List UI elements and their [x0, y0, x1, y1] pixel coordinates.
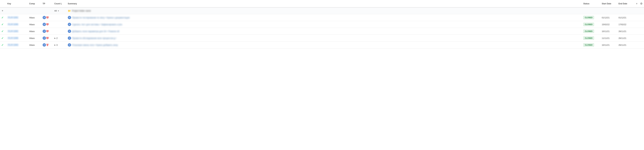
- enddate-value: 26/11/21: [618, 37, 626, 39]
- settings-button[interactable]: ⚙: [640, 2, 643, 5]
- col-header-check: [0, 0, 6, 7]
- tp-flag-icon: [46, 37, 49, 39]
- status-badge: CLOSED: [583, 30, 594, 33]
- col-header-startdate[interactable]: Start Date: [600, 0, 617, 7]
- summary-text-4[interactable]: Провести обследование всех процессов g •: [72, 37, 116, 39]
- summary-text-3[interactable]: Добавить поле параметра для ЗА • Пожели …: [72, 30, 119, 33]
- startdate-value: 10/11/21: [602, 44, 610, 46]
- tp-icons-group: ⚙: [42, 43, 52, 47]
- summary-cell-3: ⚙ Добавить поле параметра для ЗА • Пожел…: [68, 30, 580, 33]
- main-table-container: Key Comp TP Count L Summary Status Start…: [0, 0, 644, 48]
- row-startdate-2: 15/02/22: [600, 21, 617, 28]
- summary-text-5[interactable]: Плановая смена лога • Нужно добавить ино…: [72, 44, 118, 46]
- count-value: 2: [56, 37, 58, 39]
- count-value: 3: [56, 44, 58, 46]
- row-count-3: [53, 28, 66, 35]
- summary-avatar-icon: ⚙: [68, 23, 71, 26]
- col-header-comp[interactable]: Comp: [28, 0, 41, 7]
- check-icon: ✓: [1, 16, 4, 19]
- row-comp-2: Atlass: [28, 21, 41, 28]
- group-row-count: 44 ▼: [53, 7, 66, 14]
- key-value[interactable]: PLAY-1082: [8, 30, 18, 33]
- tp-avatar-icon: ⚙: [42, 30, 46, 33]
- summary-text-2[interactable]: Сделать тест для системы • Зафиксировать…: [72, 23, 122, 26]
- row-key-5[interactable]: PLAY-1083: [6, 42, 28, 48]
- comp-value: Atlass: [29, 16, 35, 19]
- row-actions-3: [634, 28, 644, 35]
- row-tp-1: ⚙: [41, 14, 53, 21]
- summary-avatar-icon: ⚙: [68, 16, 71, 19]
- summary-avatar-icon: ⚙: [68, 36, 71, 40]
- summary-cell-5: ⚙ Плановая смена лога • Нужно добавить и…: [68, 43, 580, 47]
- tp-flag-alt-icon: [46, 44, 49, 46]
- tp-avatar-icon: ⚙: [42, 36, 46, 40]
- col-header-summary[interactable]: Summary: [66, 0, 582, 7]
- col-header-count[interactable]: Count L: [53, 0, 66, 7]
- summary-avatar-icon: ⚙: [68, 43, 71, 47]
- status-badge: CLOSED: [583, 36, 594, 40]
- startdate-value: 01/12/21: [602, 16, 610, 19]
- issues-table: Key Comp TP Count L Summary Status Start…: [0, 0, 644, 48]
- table-header: Key Comp TP Count L Summary Status Start…: [0, 0, 644, 7]
- row-enddate-5: 26/11/21: [617, 42, 634, 48]
- row-key-4[interactable]: PLAY-1088: [6, 35, 28, 42]
- expand-row-arrow[interactable]: ▶: [54, 44, 56, 46]
- summary-text-1[interactable]: Провести тестирование по story • Нужна к…: [72, 16, 130, 19]
- row-count-4: ▶ 2: [53, 35, 66, 42]
- row-summary-4: ⚙ Провести обследование всех процессов g…: [66, 35, 582, 42]
- group-row-check: ✦: [0, 7, 6, 14]
- row-startdate-4: 11/11/21: [600, 35, 617, 42]
- row-summary-1: ⚙ Провести тестирование по story • Нужна…: [66, 14, 582, 21]
- group-count-cell: 44 ▼: [54, 9, 65, 12]
- row-enddate-1: 01/12/21: [617, 14, 634, 21]
- row-comp-5: Atlass: [28, 42, 41, 48]
- add-column-button[interactable]: +: [635, 2, 638, 5]
- col-header-actions: + ⚙: [634, 0, 644, 7]
- row-check-5: ✓: [0, 42, 6, 48]
- group-row-comp: [28, 7, 41, 14]
- group-summary-cell: 📁 Project folder name: [68, 9, 580, 12]
- key-value[interactable]: PLAY-1096: [8, 23, 18, 26]
- group-row-summary: 📁 Project folder name: [66, 7, 582, 14]
- row-tp-2: ⚙: [41, 21, 53, 28]
- summary-avatar-icon: ⚙: [68, 30, 71, 33]
- key-value[interactable]: PLAY-1083: [8, 44, 18, 46]
- row-status-5: CLOSED: [582, 42, 600, 48]
- comp-value: Atlass: [29, 44, 35, 46]
- expand-row-arrow[interactable]: ▶: [54, 37, 56, 39]
- row-startdate-5: 10/11/21: [600, 42, 617, 48]
- enddate-value: 17/02/22: [618, 23, 626, 26]
- row-count-5: ▶ 3: [53, 42, 66, 48]
- tp-flag-icon: [46, 30, 49, 32]
- expand-arrow-icon[interactable]: ▼: [57, 10, 59, 12]
- table-row: ✓ PLAY-1096 Atlass ⚙: [0, 21, 644, 28]
- check-icon: ✓: [1, 37, 4, 40]
- startdate-value: 15/02/22: [602, 23, 610, 26]
- summary-cell-4: ⚙ Провести обследование всех процессов g…: [68, 36, 580, 40]
- row-actions-1: [634, 14, 644, 21]
- col-header-tp[interactable]: TP: [41, 0, 53, 7]
- tp-icons-group: ⚙: [42, 23, 52, 26]
- row-check-4: ✓: [0, 35, 6, 42]
- row-key-3[interactable]: PLAY-1082: [6, 28, 28, 35]
- row-enddate-3: 26/11/21: [617, 28, 634, 35]
- count-cell-4: ▶ 2: [54, 37, 65, 39]
- row-comp-4: Atlass: [28, 35, 41, 42]
- col-header-key[interactable]: Key: [6, 0, 28, 7]
- row-tp-4: ⚙: [41, 35, 53, 42]
- row-enddate-2: 17/02/22: [617, 21, 634, 28]
- row-key-2[interactable]: PLAY-1096: [6, 21, 28, 28]
- summary-cell-1: ⚙ Провести тестирование по story • Нужна…: [68, 16, 580, 19]
- row-status-2: CLOSED: [582, 21, 600, 28]
- row-key-1[interactable]: PLAY-1091: [6, 14, 28, 21]
- tp-flag-icon: [46, 16, 49, 19]
- col-header-enddate[interactable]: End Date: [617, 0, 634, 7]
- col-header-status[interactable]: Status: [582, 0, 600, 7]
- summary-cell-2: ⚙ Сделать тест для системы • Зафиксирова…: [68, 23, 580, 26]
- key-value[interactable]: PLAY-1088: [8, 37, 18, 39]
- row-comp-1: Atlass: [28, 14, 41, 21]
- check-icon: ✓: [1, 44, 4, 46]
- row-status-3: CLOSED: [582, 28, 600, 35]
- key-value[interactable]: PLAY-1091: [8, 16, 18, 19]
- enddate-value: 26/11/21: [618, 30, 626, 33]
